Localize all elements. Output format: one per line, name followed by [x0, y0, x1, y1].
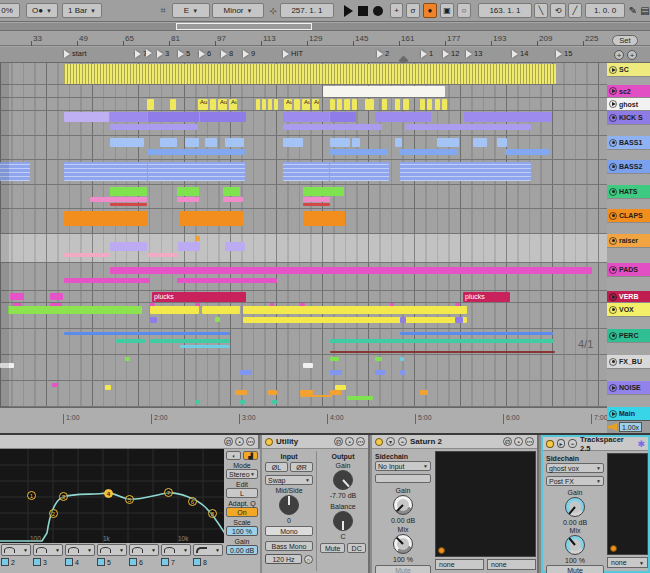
- clip[interactable]: [395, 99, 400, 110]
- clip[interactable]: [110, 203, 147, 206]
- device-activator[interactable]: [546, 440, 554, 448]
- utility-phase-left-button[interactable]: ØL: [265, 462, 288, 472]
- eq8-band-5-filter-select[interactable]: ▼: [97, 544, 127, 556]
- trackspacer-route-select[interactable]: Post FX▼: [546, 476, 604, 486]
- play-button[interactable]: [341, 3, 355, 18]
- clip[interactable]: [435, 99, 440, 110]
- saturn-param-slot-2[interactable]: none: [487, 559, 536, 570]
- clip[interactable]: [150, 303, 155, 306]
- track-header-hats[interactable]: HATS: [607, 185, 650, 199]
- track-header-raiser[interactable]: raiser: [607, 234, 650, 248]
- clip[interactable]: [403, 99, 409, 110]
- clip-plucks[interactable]: plucks: [152, 292, 246, 302]
- clip[interactable]: [256, 99, 260, 110]
- track-header-claps[interactable]: CLAPS: [607, 209, 650, 223]
- clip[interactable]: [147, 99, 154, 110]
- clip[interactable]: [240, 370, 252, 375]
- clip[interactable]: [303, 187, 330, 196]
- eq8-band-7-filter-select[interactable]: ▼: [161, 544, 191, 556]
- track-lane-bass1[interactable]: [0, 136, 607, 160]
- save-preset-icon[interactable]: ▪: [235, 437, 244, 446]
- trackspacer-plugin-panel[interactable]: [607, 453, 648, 555]
- track-header-perc[interactable]: PERC: [607, 329, 650, 343]
- clip[interactable]: [115, 339, 145, 343]
- clip[interactable]: [205, 138, 217, 147]
- clip[interactable]: [400, 317, 406, 323]
- locator-14[interactable]: 14: [512, 49, 528, 58]
- clip[interactable]: [225, 242, 245, 251]
- scale-icon[interactable]: ⌗: [158, 3, 168, 18]
- minute-time-ruler[interactable]: 1:002:003:004:005:006:007:00: [0, 407, 607, 433]
- locator-1[interactable]: 1: [421, 49, 433, 58]
- saturn-mute-button[interactable]: Mute: [375, 565, 431, 573]
- headphone-icon[interactable]: ∩: [304, 555, 313, 564]
- locator-8[interactable]: 8: [221, 49, 233, 58]
- clip[interactable]: [210, 99, 216, 110]
- eq8-display[interactable]: 12345768 1001k10k: [0, 449, 224, 543]
- clip[interactable]: [170, 99, 176, 110]
- clip[interactable]: [148, 162, 245, 181]
- eq8-mode-select[interactable]: Stereo▼: [226, 469, 258, 479]
- clip[interactable]: [303, 211, 345, 226]
- eq8-band-2-activator[interactable]: [1, 558, 9, 566]
- clip[interactable]: [375, 112, 431, 122]
- utility-dc-button[interactable]: DC: [347, 543, 366, 553]
- metronome-menu[interactable]: O●▼: [26, 3, 58, 18]
- locator-HIT[interactable]: HIT: [283, 49, 303, 58]
- clip[interactable]: [110, 138, 144, 147]
- clip[interactable]: [195, 236, 200, 241]
- locator-15[interactable]: 15: [556, 49, 572, 58]
- track-header-fx_bu[interactable]: FX_BU: [607, 355, 650, 369]
- quantize-menu[interactable]: 1 Bar▼: [62, 3, 102, 18]
- locator-2[interactable]: 2: [377, 49, 389, 58]
- saturn-param-slot-1[interactable]: none: [435, 559, 484, 570]
- clip[interactable]: [160, 138, 177, 147]
- clip[interactable]: [110, 187, 147, 196]
- utility-midside-knob[interactable]: [279, 495, 299, 515]
- eq8-band-handle-7[interactable]: 7: [164, 488, 173, 497]
- clip[interactable]: [455, 317, 463, 323]
- fold-icon[interactable]: ▾: [386, 437, 395, 446]
- clip[interactable]: [395, 138, 402, 147]
- clip[interactable]: [177, 197, 199, 202]
- clip[interactable]: [330, 138, 350, 147]
- track-header-verb[interactable]: VERB: [607, 291, 650, 303]
- track-lane-raiser[interactable]: [0, 234, 607, 263]
- clip[interactable]: [148, 112, 199, 122]
- arrangement-grid[interactable]: SCsc2ghostKICK SBASS1BASS2HATSCLAPSraise…: [0, 63, 650, 407]
- balance-icon[interactable]: ∅: [334, 437, 343, 446]
- utility-title-bar[interactable]: Utility ∅ ▪ ⋯: [262, 435, 368, 449]
- clip[interactable]: [505, 149, 550, 155]
- clip[interactable]: [64, 332, 230, 335]
- clip[interactable]: [303, 197, 330, 202]
- clip[interactable]: [177, 187, 199, 196]
- clip[interactable]: [330, 351, 555, 353]
- clip[interactable]: [330, 357, 339, 361]
- saturn-title-bar[interactable]: ▾ ⌁ Saturn 2 ∅ ▪ ⋯: [372, 435, 537, 449]
- clip[interactable]: [150, 339, 230, 343]
- more-options-icon[interactable]: ⋯: [525, 437, 534, 446]
- clip[interactable]: [177, 278, 277, 283]
- clip[interactable]: [243, 317, 467, 323]
- locator-13[interactable]: 13: [466, 49, 482, 58]
- clip[interactable]: [400, 149, 458, 155]
- stop-button[interactable]: [357, 3, 369, 18]
- clip[interactable]: [283, 162, 329, 181]
- eq8-gain-value[interactable]: 0.00 dB: [226, 545, 258, 555]
- track-lane-fx_bu[interactable]: [0, 355, 607, 381]
- clip-au[interactable]: Au: [302, 99, 310, 110]
- clip[interactable]: [330, 149, 388, 155]
- clip[interactable]: [303, 203, 330, 206]
- clip[interactable]: [274, 99, 278, 110]
- track-lane-sc2[interactable]: [0, 85, 607, 98]
- automation-arm-button[interactable]: σ: [406, 3, 420, 18]
- eq8-band-8-filter-select[interactable]: ▼: [193, 544, 223, 556]
- arrangement-position-box[interactable]: 257. 1. 1: [280, 3, 334, 18]
- clip[interactable]: [50, 303, 62, 306]
- clip-au[interactable]: Au: [229, 99, 237, 110]
- saturn-sidechain-sub-select[interactable]: [375, 474, 431, 483]
- clip[interactable]: [420, 99, 425, 110]
- clip[interactable]: [64, 278, 150, 283]
- eq8-title-bar[interactable]: ∅ ▪ ⋯: [0, 435, 258, 449]
- clip-au[interactable]: Au: [198, 99, 208, 110]
